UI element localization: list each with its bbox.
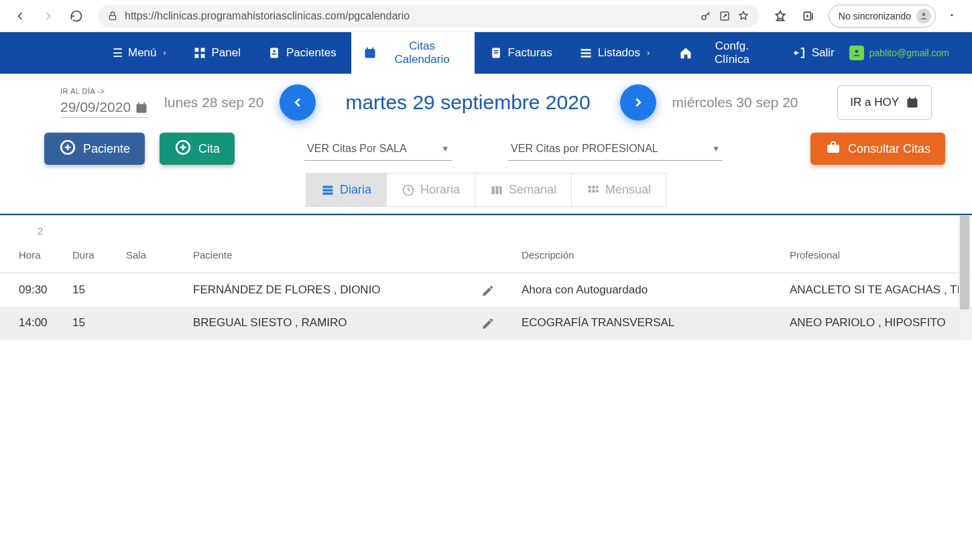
svg-point-10 bbox=[273, 50, 275, 52]
go-day-label: IR AL DÍA -> bbox=[60, 87, 148, 95]
user-chip[interactable]: pablito@gmail.com bbox=[849, 46, 963, 60]
scrollbar-thumb[interactable] bbox=[960, 216, 969, 309]
col-hora[interactable]: Hora bbox=[0, 218, 67, 273]
nav-citas[interactable]: Citas Calendario bbox=[351, 32, 475, 74]
cell-dura: 15 bbox=[67, 307, 121, 340]
next-day-label: miércoles 30 sep 20 bbox=[672, 94, 798, 111]
edit-icon[interactable] bbox=[481, 283, 495, 297]
nav-panel-label: Panel bbox=[212, 46, 241, 60]
add-patient-label: Paciente bbox=[83, 142, 130, 156]
view-tab-monthly[interactable]: Mensual bbox=[572, 173, 666, 207]
cell-sala bbox=[121, 273, 188, 307]
table-header-row: Hora Dura Sala Paciente Descripción Prof… bbox=[0, 218, 972, 273]
nav-panel[interactable]: Panel bbox=[181, 32, 253, 74]
nav-citas-label: Citas Calendario bbox=[382, 40, 463, 66]
favorites-button[interactable] bbox=[768, 4, 792, 28]
calendar-icon bbox=[906, 96, 919, 110]
cell-hora: 14:00 bbox=[0, 307, 67, 340]
nav-pacientes[interactable]: Pacientes bbox=[255, 32, 349, 74]
consult-appointments-button[interactable]: Consultar Citas bbox=[810, 133, 945, 165]
svg-rect-45 bbox=[596, 190, 598, 192]
col-sala[interactable]: Sala bbox=[121, 218, 188, 273]
favorite-icon[interactable] bbox=[737, 9, 749, 22]
today-button[interactable]: IR a HOY bbox=[837, 85, 932, 120]
cell-dura: 15 bbox=[67, 273, 121, 307]
svg-rect-18 bbox=[493, 52, 498, 54]
user-email-label: pablito@gmail.com bbox=[869, 48, 949, 58]
browser-toolbar: https://hclinicas.programahistoriasclini… bbox=[0, 0, 972, 32]
nav-salir[interactable]: Salir bbox=[781, 32, 847, 74]
forward-button[interactable] bbox=[36, 4, 60, 28]
svg-rect-43 bbox=[589, 190, 591, 192]
app-navbar: ☰ Menú › Panel Pacientes Citas Calendari… bbox=[0, 32, 972, 74]
back-button[interactable] bbox=[8, 4, 32, 28]
svg-rect-27 bbox=[909, 97, 910, 100]
more-button[interactable]: · bbox=[940, 4, 964, 28]
list-icon bbox=[579, 46, 593, 60]
svg-rect-37 bbox=[491, 186, 494, 194]
consult-label: Consultar Citas bbox=[848, 142, 930, 156]
view-tab-label: Semanal bbox=[509, 183, 556, 197]
table-row[interactable]: 14:00 15 BREGUAL SIESTO , RAMIRO ECOGRAF… bbox=[0, 307, 972, 340]
collections-button[interactable] bbox=[796, 4, 821, 28]
view-tab-daily[interactable]: Diaria bbox=[306, 173, 387, 207]
go-day-input[interactable]: 29/09/2020 bbox=[60, 99, 148, 118]
appointments-table-wrap: 2 Hora Dura Sala Paciente Descripción Pr… bbox=[0, 215, 972, 340]
clock-icon bbox=[402, 183, 415, 197]
svg-rect-35 bbox=[322, 193, 332, 195]
col-descripcion[interactable]: Descripción bbox=[516, 218, 784, 273]
address-bar[interactable]: https://hclinicas.programahistoriasclini… bbox=[98, 5, 759, 27]
patient-icon bbox=[267, 46, 281, 60]
reload-button[interactable] bbox=[64, 4, 88, 28]
nav-listados[interactable]: Listados › bbox=[567, 32, 662, 74]
nav-config[interactable]: Confg. Clínica bbox=[667, 32, 778, 74]
add-appointment-label: Cita bbox=[198, 142, 220, 156]
cell-hora: 09:30 bbox=[0, 273, 67, 307]
dropdown-icon: ▼ bbox=[441, 144, 449, 153]
table-row[interactable]: 09:30 15 FERNÁNDEZ DE FLORES , DIONIO Ah… bbox=[0, 273, 972, 307]
invoice-icon bbox=[489, 46, 503, 60]
chevron-right-icon: › bbox=[647, 48, 650, 58]
svg-rect-32 bbox=[827, 148, 839, 149]
svg-rect-26 bbox=[908, 98, 918, 107]
add-patient-button[interactable]: Paciente bbox=[44, 133, 145, 165]
svg-rect-23 bbox=[137, 104, 147, 113]
filter-professional-label: VER Citas por PROFESIONAL bbox=[511, 143, 658, 155]
nav-facturas-label: Facturas bbox=[508, 46, 552, 60]
filter-professional-select[interactable]: VER Citas por PROFESIONAL ▼ bbox=[508, 137, 723, 161]
calendar-picker-icon[interactable] bbox=[135, 99, 148, 115]
edit-icon[interactable] bbox=[481, 316, 495, 330]
nav-menu[interactable]: ☰ Menú › bbox=[101, 32, 178, 74]
svg-rect-8 bbox=[200, 54, 204, 58]
svg-rect-38 bbox=[495, 186, 498, 194]
profile-sync-pill[interactable]: No sincronizando bbox=[829, 5, 936, 27]
exit-icon bbox=[793, 46, 806, 60]
svg-rect-20 bbox=[581, 52, 591, 54]
grid-icon bbox=[193, 46, 206, 60]
profile-avatar-icon bbox=[916, 9, 931, 23]
vertical-scrollbar[interactable] bbox=[959, 216, 971, 340]
view-tabs: Diaria Horaria Semanal Mensual bbox=[0, 173, 972, 207]
add-appointment-button[interactable]: Cita bbox=[160, 133, 235, 165]
svg-rect-42 bbox=[596, 186, 598, 189]
view-tab-hourly[interactable]: Horaria bbox=[387, 173, 475, 207]
open-external-icon[interactable] bbox=[719, 9, 731, 22]
today-button-label: IR a HOY bbox=[850, 96, 899, 109]
nav-facturas[interactable]: Facturas bbox=[477, 32, 564, 74]
svg-rect-17 bbox=[493, 50, 498, 52]
key-icon[interactable] bbox=[700, 9, 712, 22]
col-dura[interactable]: Dura bbox=[67, 218, 121, 273]
lock-icon bbox=[107, 10, 118, 21]
url-text: https://hclinicas.programahistoriasclini… bbox=[125, 10, 693, 22]
go-to-day: IR AL DÍA -> 29/09/2020 bbox=[60, 87, 148, 118]
filter-room-select[interactable]: VER Citas Por SALA ▼ bbox=[304, 137, 452, 161]
col-paciente[interactable]: Paciente bbox=[188, 218, 476, 273]
plus-circle-icon bbox=[174, 139, 192, 159]
prev-day-button[interactable] bbox=[280, 84, 316, 121]
svg-rect-44 bbox=[592, 190, 595, 192]
view-tab-weekly[interactable]: Semanal bbox=[475, 173, 572, 207]
next-day-button[interactable] bbox=[620, 84, 656, 121]
prev-day-label: lunes 28 sep 20 bbox=[164, 94, 263, 111]
home-icon bbox=[679, 46, 692, 60]
col-profesional[interactable]: Profesional bbox=[784, 218, 972, 273]
